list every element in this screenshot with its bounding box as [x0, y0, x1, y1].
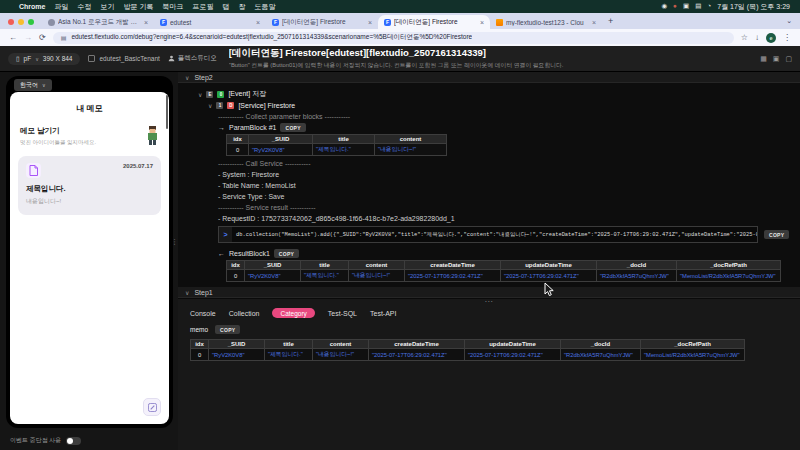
tab-firestore-active[interactable]: F [데이터연동] Firestore × [378, 15, 490, 29]
window-controls [8, 19, 34, 25]
scenario-title-block: [데이터연동] Firestore[edutest][flextudio_250… [229, 47, 752, 70]
memo-table-label: memo [190, 326, 208, 333]
tenant-label: edutest_BasicTenant [99, 55, 159, 62]
chevron-down-icon: ∨ [185, 289, 189, 296]
tab-firestore-1[interactable]: F [데이터연동] Firestore × [266, 15, 378, 29]
tab-test-sql[interactable]: Test-SQL [328, 310, 357, 317]
close-tab-icon[interactable]: × [592, 19, 596, 26]
tab-collection[interactable]: Collection [229, 310, 260, 317]
memo-copy-button[interactable]: COPY [215, 325, 240, 334]
panel-resize-handle[interactable]: ⋮ [171, 240, 178, 243]
panel-view-icon[interactable]: ▣ [773, 55, 780, 63]
close-tab-icon[interactable]: × [480, 19, 484, 26]
col-idx: idx [227, 135, 249, 144]
profile-avatar[interactable]: e [766, 33, 776, 43]
resultblock-copy-button[interactable]: COPY [274, 249, 299, 258]
menubar-item-history[interactable]: 방문 기록 [123, 2, 153, 12]
brand-label: 플렉스튜디오 [178, 54, 217, 63]
service-node[interactable]: ∨ 1 D [Service] Firestore [208, 102, 792, 109]
back-icon[interactable]: ← [9, 34, 17, 42]
section-title: 메모 남기기 [20, 126, 96, 136]
scenario-subtitle: "Button" 컨트롤 (Button01)에 입력한 내용이 저장되지 않습… [229, 61, 752, 70]
step2-header[interactable]: ∨ Step2 [178, 72, 800, 83]
tab-category[interactable]: Category [272, 308, 314, 318]
download-icon[interactable]: ↓ [755, 34, 759, 42]
url-text: edutest.flextudio.com/debug?engine=6.4&s… [71, 33, 472, 42]
menubar-item-file[interactable]: 파일 [54, 2, 68, 12]
menubar-item-view[interactable]: 보기 [100, 2, 114, 12]
window-mode-icon[interactable]: ▢ [785, 55, 792, 63]
debug-panel: ∨ Step2 ∨ E 0 [Event] 저장 ∨ 1 D [Service]… [178, 72, 800, 450]
resultblock-table: idx _SUID title content createDateTime u… [226, 260, 781, 282]
zoom-window-icon[interactable] [28, 19, 34, 25]
tab-edutest[interactable]: F edutest × [154, 15, 266, 29]
tab-firebase-console[interactable]: my-flextudio-test123 - Clou × [490, 15, 602, 29]
document-icon [26, 163, 41, 178]
battery-icon[interactable]: ▤ [695, 3, 701, 10]
tab-search-icon[interactable]: ⌄ [786, 17, 796, 25]
col-content: content [375, 135, 447, 144]
event-node[interactable]: ∨ E 0 [Event] 저장 [198, 89, 792, 99]
phone-icon: ▯ [16, 55, 20, 63]
device-size-value: 390 X 844 [43, 55, 73, 62]
site-info-icon[interactable]: ▤ [61, 34, 67, 41]
tab-asia-no1[interactable]: Asia No.1 로우코드 개발 플랫폼 | × [42, 15, 154, 29]
call-service-divider: ----------- Call Service ----------- [218, 160, 792, 167]
menubar-item-bookmarks[interactable]: 북마크 [162, 2, 183, 12]
query-copy-button[interactable]: COPY [764, 230, 789, 239]
memo-list-item[interactable]: 2025.07.17 제목입니다. 내용입니다~! [18, 156, 161, 215]
phone-scrollbar[interactable] [166, 95, 168, 129]
query-code-box[interactable]: > db.collection("MemoList").add({"_SUID"… [218, 226, 758, 243]
pencil-icon [148, 403, 157, 412]
tenant-checkbox-group[interactable]: edutest_BasicTenant [88, 55, 159, 62]
flextudio-favicon-icon: F [272, 19, 279, 26]
screen-mirroring-icon[interactable]: ▣ [683, 3, 689, 10]
layout-grid-icon[interactable]: ▦ [760, 55, 767, 63]
preview-panel: 한국어 ∨ 내 메모 메모 남기기 멋진 아이디어들을 잊지마세요. [0, 72, 178, 450]
menubar-item-chrome[interactable]: Chrome [19, 3, 45, 10]
close-tab-icon[interactable]: × [144, 19, 148, 26]
bookmark-star-icon[interactable]: ☆ [741, 34, 748, 42]
chevron-down-icon: ∨ [185, 74, 189, 81]
new-tab-button[interactable]: + [608, 16, 613, 26]
tab-console[interactable]: Console [190, 310, 216, 317]
forward-icon[interactable]: → [24, 34, 32, 42]
service-type-line: - Service Type : Save [218, 193, 792, 200]
menubar-item-window[interactable]: 창 [238, 2, 245, 12]
menubar-item-profile[interactable]: 프로필 [192, 2, 213, 12]
service-node-label: [Service] Firestore [238, 102, 295, 109]
page-root: Chrome 파일 수정 보기 방문 기록 북마크 프로필 탭 창 도움말 ◉ … [0, 0, 800, 450]
step1-tabs: Console Collection Category Test-SQL Tes… [178, 304, 800, 321]
menubar-clock[interactable]: 7월 17일 (목) 오후 3:29 [717, 2, 790, 12]
step1-label: Step1 [194, 289, 212, 296]
table-name-line: - Table Name : MemoList [218, 182, 792, 189]
close-tab-icon[interactable]: × [368, 19, 372, 26]
menubar-item-tab[interactable]: 탭 [222, 2, 229, 12]
close-tab-icon[interactable]: × [256, 19, 260, 26]
person-icon [168, 55, 175, 62]
kebab-menu-icon[interactable]: ⋮ [783, 34, 791, 42]
col-title: title [313, 135, 375, 144]
tab-test-api[interactable]: Test-API [370, 310, 396, 317]
service-result-divider: ----------- Service result ----------- [218, 204, 792, 211]
recording-dot-icon[interactable]: ● [673, 3, 677, 10]
minimize-window-icon[interactable] [18, 19, 24, 25]
language-selector[interactable]: 한국어 ∨ [14, 79, 52, 91]
device-size-control[interactable]: ▯ pF ∨ 390 X 844 [8, 53, 80, 65]
close-window-icon[interactable] [8, 19, 14, 25]
tenant-checkbox[interactable] [88, 55, 95, 62]
menubar-item-edit[interactable]: 수정 [77, 2, 91, 12]
flextudio-favicon-icon: F [384, 19, 391, 26]
compose-button[interactable] [143, 398, 161, 416]
menubar-item-help[interactable]: 도움말 [254, 2, 275, 12]
paramblock-copy-button[interactable]: COPY [280, 123, 305, 132]
reload-icon[interactable]: ⟳ [39, 34, 46, 42]
record-icon[interactable]: ◉ [661, 3, 667, 10]
resultblock-row: ← ResultBlock1 COPY [218, 249, 792, 258]
service-type-badge: D [227, 102, 234, 109]
brand-group[interactable]: 플렉스튜디오 [168, 54, 217, 63]
control-center-icon[interactable]: ◔ [707, 3, 711, 10]
table-row: 0 "RyV2K0V8" "제목입니다." "내용입니다~!" "2025-07… [191, 349, 745, 361]
omnibox[interactable]: ▤ edutest.flextudio.com/debug?engine=6.4… [53, 32, 734, 44]
event-breakpoint-toggle[interactable] [66, 437, 81, 445]
